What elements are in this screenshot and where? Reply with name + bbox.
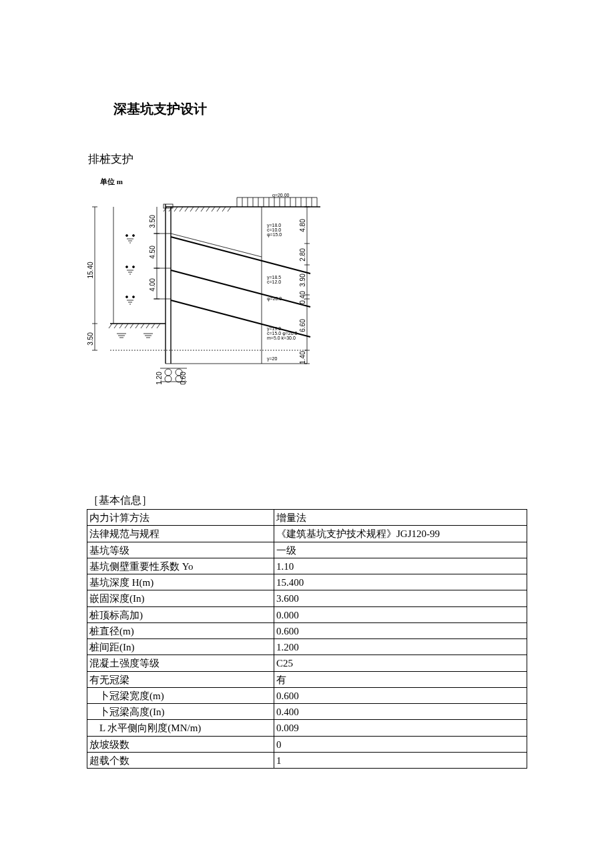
param-label: 有无冠梁 [87,671,274,687]
cross-section-diagram: q=20.00 [87,193,327,394]
table-row: L 水平侧向刚度(MN/m)0.009 [87,720,527,736]
svg-line-29 [222,207,226,211]
svg-line-39 [130,324,133,328]
param-label: 嵌固深度(In) [87,590,274,606]
section-header: ［基本信息］ [88,494,527,508]
param-value: 0 [274,736,527,752]
param-value: 有 [274,671,527,687]
svg-text:3.50: 3.50 [149,215,156,228]
table-row: 内力计算方法增量法 [87,510,527,526]
table-row: 有无冠梁有 [87,671,527,687]
svg-line-22 [185,207,188,211]
param-label: L 水平侧向刚度(MN/m) [87,720,274,736]
svg-point-62 [165,369,172,376]
param-label: 桩直径(m) [87,622,274,638]
param-value: 一级 [274,542,527,558]
svg-text:4.80: 4.80 [299,219,306,232]
doc-subtitle: 排桩支护 [88,151,527,167]
unit-label: 单位 m [100,177,527,187]
doc-title: 深基坑支护设计 [113,100,527,118]
svg-text:3.90: 3.90 [299,274,306,287]
param-value: 《建筑基坑支护技术规程》JGJ120-99 [274,526,527,542]
param-value: 3.600 [274,590,527,606]
param-value: 0.009 [274,720,527,736]
water-table-icon [126,235,135,244]
table-row: 卜冠梁宽度(m)0.600 [87,687,527,703]
svg-point-53 [126,266,128,268]
svg-text:4.00: 4.00 [149,278,156,292]
svg-line-28 [217,207,220,211]
svg-text:6.60: 6.60 [299,319,306,332]
table-row: 基坑深度 H(m)15.400 [87,574,527,590]
svg-text:0.60: 0.60 [180,372,187,385]
svg-line-38 [125,324,128,328]
svg-text:c=12.0: c=12.0 [267,280,281,284]
svg-text:1.40: 1.40 [299,351,306,364]
svg-line-42 [146,324,149,328]
table-row: 法律规范与规程《建筑基坑支护技术规程》JGJ120-99 [87,526,527,542]
param-label: 基坑等级 [87,542,274,558]
svg-line-46 [171,237,310,274]
svg-point-56 [133,296,135,298]
svg-text:1.20: 1.20 [156,372,163,385]
table-row: 卜冠梁高度(In)0.400 [87,704,527,720]
svg-line-21 [180,207,183,211]
svg-text:2.80: 2.80 [299,248,306,262]
table-row: 嵌固深度(In)3.600 [87,590,527,606]
basic-info-table: 内力计算方法增量法法律规范与规程《建筑基坑支护技术规程》JGJ120-99基坑等… [87,509,527,769]
param-value: 0.600 [274,687,527,703]
param-value: 1 [274,752,527,768]
svg-line-35 [109,324,112,328]
svg-text:4.50: 4.50 [149,246,156,259]
param-value: 15.400 [274,574,527,590]
dim-15-40: 15.40 [87,262,94,278]
svg-line-40 [135,324,139,328]
param-label: 内力计算方法 [87,510,274,526]
svg-text:0.40: 0.40 [299,291,306,304]
param-label: 法律规范与规程 [87,526,274,542]
param-label: 桩间距(In) [87,639,274,655]
param-label: 卜冠梁高度(In) [87,704,274,720]
svg-line-24 [196,207,199,211]
surcharge-label: q=20.00 [272,193,290,198]
param-value: 1.200 [274,639,527,655]
svg-line-26 [206,207,210,211]
svg-line-47 [171,270,310,307]
svg-line-30 [228,207,231,211]
surcharge-arrows [237,197,317,207]
param-value: 0.000 [274,606,527,622]
svg-point-63 [165,376,172,382]
table-row: 混凝土强度等级C25 [87,655,527,671]
param-label: 基坑深度 H(m) [87,574,274,590]
svg-line-44 [157,324,160,328]
param-value: C25 [274,655,527,671]
param-label: 混凝土强度等级 [87,655,274,671]
param-label: 桩顶标高加) [87,606,274,622]
svg-point-51 [126,235,128,237]
table-row: 基坑侧壁重要性系数 Yo1.10 [87,558,527,574]
param-value: 1.10 [274,558,527,574]
table-row: 桩间距(In)1.200 [87,639,527,655]
svg-text:φ=20.0: φ=20.0 [267,296,282,302]
svg-line-43 [151,324,155,328]
param-label: 卜冠梁宽度(m) [87,687,274,703]
svg-line-36 [114,324,117,328]
svg-line-27 [212,207,215,211]
svg-text:c=10.0: c=10.0 [267,228,281,232]
svg-line-41 [141,324,144,328]
svg-line-25 [201,207,204,211]
svg-line-20 [174,207,178,211]
svg-line-49 [171,234,262,257]
table-row: 基坑等级一级 [87,542,527,558]
svg-point-55 [126,296,128,298]
svg-line-23 [190,207,194,211]
svg-text:γ=20: γ=20 [267,356,277,362]
svg-text:φ=15.0: φ=15.0 [267,232,282,238]
param-value: 0.600 [274,622,527,638]
dim-3-50-left: 3.50 [87,332,94,346]
param-value: 增量法 [274,510,527,526]
svg-point-54 [133,266,135,268]
table-row: 放坡级数0 [87,736,527,752]
table-row: 超载个数1 [87,752,527,768]
param-label: 基坑侧壁重要性系数 Yo [87,558,274,574]
